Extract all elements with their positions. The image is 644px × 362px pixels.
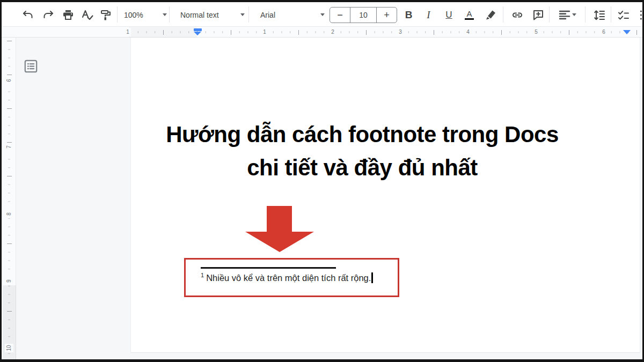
- line-spacing-button[interactable]: [592, 8, 606, 22]
- footnote-body: Nhiều vô kể và trên một diện tích rất rộ…: [206, 273, 371, 283]
- highlight-color-button[interactable]: [484, 8, 498, 22]
- print-icon: [62, 9, 75, 21]
- undo-icon: [21, 9, 34, 21]
- text-color-button[interactable]: A: [462, 8, 477, 22]
- undo-button[interactable]: [20, 8, 35, 22]
- toolbar-separator: [503, 6, 503, 23]
- ruler-number: 6: [5, 76, 13, 85]
- footnote-marker: 1: [201, 272, 204, 278]
- paint-format-icon: [99, 9, 112, 21]
- font-value: Arial: [260, 11, 320, 19]
- underline-label: U: [445, 10, 452, 20]
- document-page[interactable]: [130, 38, 640, 353]
- screenshot-frame: 100% Normal text Arial − 10 + B I U: [0, 0, 644, 362]
- checklist-button[interactable]: [616, 8, 631, 22]
- redo-icon: [42, 9, 55, 21]
- document-title: Hướng dẫn cách footnote trong Docs chi t…: [148, 118, 577, 184]
- text-cursor: [371, 272, 373, 283]
- checklist-icon: [617, 9, 630, 21]
- toolbar-separator: [117, 6, 118, 23]
- zoom-select[interactable]: 100%: [124, 8, 167, 22]
- italic-button[interactable]: I: [421, 8, 436, 22]
- chevron-down-icon: [572, 13, 576, 16]
- ruler-number: 8: [5, 210, 13, 218]
- font-size-decrease-button[interactable]: −: [330, 8, 350, 23]
- text-color-label: A: [466, 10, 472, 18]
- spell-check-button[interactable]: [80, 8, 94, 22]
- chevron-down-icon: [320, 13, 325, 16]
- paragraph-style-select[interactable]: Normal text: [180, 8, 245, 22]
- chevron-down-icon: [240, 13, 245, 16]
- font-size-control: − 10 +: [330, 7, 397, 23]
- paint-format-button[interactable]: [98, 8, 113, 22]
- right-indent-marker[interactable]: [623, 30, 631, 34]
- align-left-icon: [558, 9, 571, 21]
- font-size-increase-button[interactable]: +: [377, 8, 397, 23]
- italic-label: I: [427, 9, 430, 21]
- add-comment-icon: [532, 9, 545, 21]
- ruler-number: 3: [397, 28, 404, 36]
- left-indent-marker[interactable]: [194, 28, 202, 35]
- paragraph-style-value: Normal text: [180, 11, 240, 19]
- toolbar-separator: [585, 6, 586, 23]
- ruler-number: 7: [5, 143, 13, 151]
- document-outline-icon: [24, 59, 38, 73]
- align-button[interactable]: [557, 8, 578, 22]
- document-outline-button[interactable]: [23, 58, 39, 74]
- left-indent-triangle[interactable]: [194, 32, 201, 35]
- footnote-text[interactable]: 1Nhiều vô kể và trên một diện tích rất r…: [201, 272, 373, 283]
- red-arrow-head: [245, 232, 314, 252]
- ruler-number: 10: [5, 344, 13, 352]
- line-spacing-icon: [593, 9, 606, 21]
- ruler-ticks: [127, 27, 641, 38]
- underline-button[interactable]: U: [442, 8, 456, 22]
- ruler-number: 5: [533, 28, 539, 36]
- footnote-highlight-box: 1Nhiều vô kể và trên một diện tích rất r…: [184, 258, 399, 297]
- title-line-1: Hướng dẫn cách footnote trong Docs: [148, 118, 577, 151]
- first-line-indent-marker[interactable]: [194, 28, 202, 31]
- highlighter-icon: [485, 9, 497, 21]
- bold-label: B: [405, 9, 413, 21]
- font-size-value[interactable]: 10: [350, 8, 377, 23]
- add-comment-button[interactable]: [531, 8, 545, 22]
- ruler-number: 2: [330, 28, 336, 36]
- bulleted-list-button[interactable]: [638, 8, 642, 22]
- insert-link-button[interactable]: [510, 8, 524, 22]
- ruler-number: 9: [5, 277, 13, 285]
- print-button[interactable]: [61, 8, 75, 22]
- bold-button[interactable]: B: [401, 8, 416, 22]
- horizontal-ruler: 1 1 2 3 4 5 6: [2, 27, 642, 38]
- toolbar-separator: [549, 6, 550, 23]
- redo-button[interactable]: [41, 8, 55, 22]
- toolbar: 100% Normal text Arial − 10 + B I U: [2, 2, 642, 27]
- ruler-number: 6: [601, 28, 607, 36]
- toolbar-separator: [248, 6, 249, 23]
- current-text-color-swatch: [465, 18, 474, 20]
- chevron-down-icon: [163, 13, 167, 16]
- toolbar-separator: [611, 6, 611, 23]
- bulleted-list-icon: [639, 9, 643, 21]
- ruler-number: 4: [465, 28, 471, 36]
- spell-check-icon: [81, 9, 94, 21]
- vertical-ruler: 6 7 8 9 10: [3, 38, 16, 359]
- toolbar-separator: [169, 6, 170, 23]
- zoom-value: 100%: [124, 11, 163, 19]
- link-icon: [511, 9, 524, 21]
- left-margin-shade: [129, 27, 197, 38]
- red-arrow: [267, 206, 292, 232]
- ruler-number: 1: [261, 28, 268, 36]
- footnote-separator-line: [201, 267, 336, 269]
- title-line-2: chi tiết và đầy đủ nhất: [148, 151, 577, 184]
- font-select[interactable]: Arial: [260, 8, 325, 22]
- ruler-number: 1: [125, 28, 131, 36]
